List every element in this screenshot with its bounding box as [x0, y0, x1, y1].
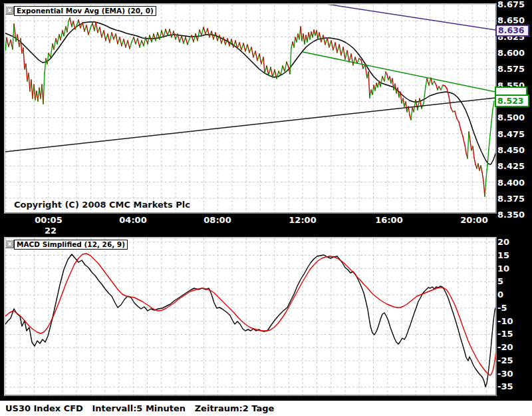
- macd-axis-tick: -10: [497, 316, 513, 327]
- current-price-box: 8.523: [495, 95, 529, 107]
- price-segment: [86, 25, 88, 35]
- copyright-text: Copyright (C) 2008 CMC Markets Plc: [14, 200, 190, 210]
- price-segment: [57, 35, 59, 44]
- macd-axis-tick: 10: [497, 264, 509, 274]
- macd-line: [5, 254, 495, 387]
- price-segment: [67, 21, 68, 32]
- price-segment: [170, 29, 172, 37]
- price-segment: [439, 87, 441, 90]
- macd-axis-tick: -25: [497, 355, 513, 366]
- price-axis-tick: 8.425: [497, 161, 525, 172]
- price-segment: [239, 43, 241, 50]
- price-segment: [269, 67, 271, 75]
- price-segment: [395, 84, 396, 93]
- trendline-descending-green[interactable]: [303, 52, 495, 92]
- price-axis-tick: 8.675: [497, 0, 525, 10]
- price-segment: [188, 39, 190, 45]
- price-axis-tick: 8.600: [497, 48, 525, 59]
- price-segment: [64, 27, 66, 36]
- price-segment: [263, 57, 265, 73]
- price-segment: [205, 29, 207, 34]
- price-segment: [243, 43, 245, 51]
- price-segment: [142, 41, 144, 46]
- price-axis-tick: 8.400: [497, 178, 525, 188]
- status-text: US30 Index CFD Intervall:5 Minuten Zeitr…: [0, 403, 274, 413]
- price-segment: [166, 29, 168, 35]
- macd-indicator-label[interactable]: MACD Simplified (12, 26, 9): [14, 240, 128, 250]
- time-axis-label: 08:00: [198, 215, 237, 225]
- price-segment: [478, 164, 479, 170]
- price-segment: [327, 38, 329, 47]
- price-segment: [301, 27, 302, 41]
- price-segment: [375, 83, 376, 91]
- price-segment: [21, 39, 22, 53]
- trendline-ascending-black[interactable]: [5, 98, 495, 152]
- price-segment: [406, 102, 407, 112]
- price-axis-tick: 8.575: [497, 64, 525, 75]
- price-segment: [420, 99, 422, 108]
- price-segment: [445, 86, 447, 89]
- price-segment: [347, 51, 349, 62]
- macd-axis-tick: 20: [497, 237, 509, 248]
- price-segment: [5, 38, 7, 51]
- ema-20-line: [5, 22, 495, 164]
- price-segment: [349, 54, 351, 62]
- time-axis-label: 04:00: [113, 215, 153, 225]
- price-segment: [152, 34, 154, 42]
- macd-indicator-tag: x MACD Simplified (12, 26, 9): [5, 240, 128, 250]
- price-segment: [424, 87, 426, 103]
- macd-axis-tick: -20: [497, 342, 513, 353]
- close-icon[interactable]: x: [5, 6, 14, 15]
- price-segment: [255, 51, 257, 61]
- price-segment: [29, 73, 30, 91]
- price-segment: [23, 48, 25, 69]
- price-segment: [449, 97, 451, 108]
- ema-indicator-tag: x Exponential Mov Avg (EMA) (20, 0): [5, 6, 156, 16]
- price-segment: [434, 81, 436, 85]
- price-segment: [490, 122, 491, 135]
- price-segment: [219, 35, 221, 43]
- price-segment: [126, 41, 128, 47]
- price-segment: [251, 47, 253, 57]
- price-segment: [482, 172, 483, 181]
- price-segment: [106, 34, 108, 41]
- price-chart-canvas[interactable]: [5, 5, 495, 212]
- price-segment: [45, 59, 46, 73]
- macd-axis-tick: -5: [497, 303, 507, 313]
- price-segment: [110, 33, 112, 43]
- price-segment: [112, 33, 114, 39]
- close-icon[interactable]: x: [5, 240, 14, 248]
- price-segment: [257, 54, 259, 61]
- ema-indicator-label[interactable]: Exponential Mov Avg (EMA) (20, 0): [14, 6, 156, 16]
- price-segment: [120, 37, 122, 46]
- price-segment: [253, 51, 255, 57]
- price-segment: [54, 39, 56, 49]
- price-segment: [451, 108, 453, 112]
- price-segment: [398, 88, 399, 97]
- price-segment: [469, 132, 470, 141]
- price-axis-tick: 8.375: [497, 194, 525, 204]
- price-segment: [427, 79, 429, 85]
- price-axis: 8.6758.6508.6258.6008.5758.5508.5258.500…: [497, 0, 532, 416]
- price-segment: [357, 59, 359, 63]
- signal-line: [5, 254, 495, 375]
- price-segment: [88, 28, 90, 35]
- chart-window: x Exponential Mov Avg (EMA) (20, 0) Copy…: [0, 0, 532, 416]
- price-segment: [223, 37, 225, 45]
- price-segment: [200, 30, 201, 35]
- price-segment: [467, 132, 469, 158]
- macd-chart-canvas[interactable]: [5, 238, 495, 395]
- price-axis-tick: 8.500: [497, 112, 525, 123]
- price-segment: [411, 108, 412, 120]
- price-segment: [102, 31, 104, 37]
- price-segment: [82, 23, 84, 31]
- price-axis-tick: 8.450: [497, 145, 525, 156]
- price-segment: [339, 45, 341, 55]
- price-segment: [84, 25, 86, 31]
- price-segment: [122, 39, 124, 46]
- price-segment: [333, 43, 335, 50]
- price-segment: [351, 54, 353, 65]
- price-segment: [180, 36, 182, 42]
- trendline-descending-purple[interactable]: [313, 5, 495, 30]
- price-segment: [465, 145, 466, 153]
